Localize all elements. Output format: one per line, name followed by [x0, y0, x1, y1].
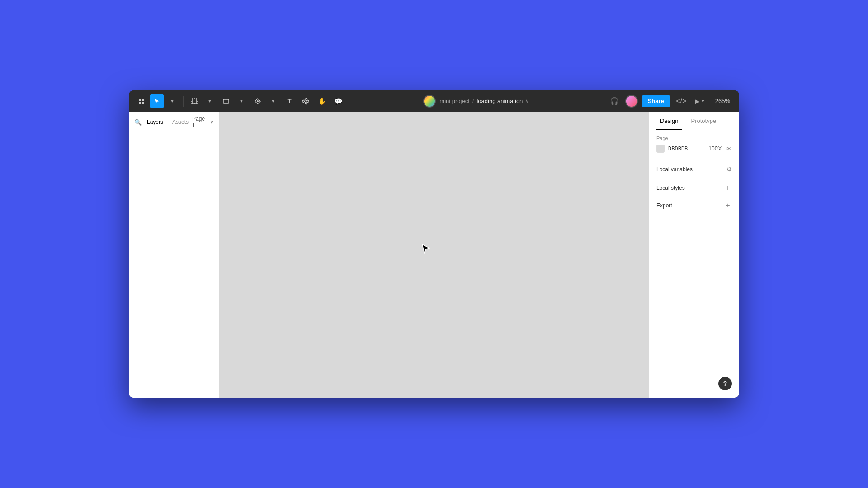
user-avatar [423, 95, 436, 108]
local-variables-row: Local variables ⚙ [656, 166, 732, 173]
divider-1 [183, 96, 184, 107]
file-name: loading animation [476, 98, 523, 104]
opacity-value[interactable]: 100% [708, 145, 722, 152]
present-button[interactable]: ▶ ▼ [692, 96, 708, 107]
prototype-tab[interactable]: Prototype [687, 112, 720, 130]
headphones-button[interactable]: 🎧 [607, 94, 622, 108]
component-tool-button[interactable] [298, 94, 313, 108]
svg-marker-4 [155, 99, 159, 104]
tool-group-pen: ▼ [250, 94, 280, 108]
app-window: ▼ ▼ ▼ [129, 90, 739, 398]
top-bar-right: 🎧 Share </> ▶ ▼ 265% [607, 94, 734, 108]
variables-icon[interactable]: ⚙ [726, 166, 732, 173]
main-content: 🔍 Layers Assets Page 1 ∨ Design [129, 112, 739, 398]
svg-rect-20 [302, 100, 305, 103]
rectangle-tool-button[interactable] [219, 94, 233, 108]
breadcrumb-separator: / [472, 98, 474, 104]
play-icon: ▶ [695, 98, 700, 105]
main-menu-button[interactable] [134, 94, 149, 108]
frame-tool-button[interactable] [187, 94, 202, 108]
tool-group-main: ▼ [134, 94, 179, 108]
help-button[interactable]: ? [718, 377, 732, 390]
play-dropdown[interactable]: ▼ [701, 99, 705, 103]
local-styles-header: Local styles + [656, 184, 732, 192]
page-section-title: Page [656, 136, 732, 141]
page-selector[interactable]: Page 1 ∨ [192, 116, 213, 128]
export-section: Export + [656, 196, 732, 210]
right-panel-tabs: Design Prototype [649, 112, 739, 130]
color-hex-value[interactable]: DBDBDB [668, 145, 688, 152]
help-area: ? [649, 375, 739, 398]
export-header: Export + [656, 202, 732, 210]
tool-group-shapes: ▼ [219, 94, 249, 108]
breadcrumb: mini project / loading animation ∨ [439, 98, 529, 104]
left-panel: 🔍 Layers Assets Page 1 ∨ [129, 112, 219, 398]
collaborator-avatar [625, 95, 638, 108]
page-section: Page DBDBDB 100% 👁 [656, 136, 732, 153]
pen-dropdown-button[interactable]: ▼ [266, 94, 280, 108]
code-button[interactable]: </> [674, 94, 689, 108]
select-dropdown-button[interactable]: ▼ [165, 94, 179, 108]
zoom-control[interactable]: 265% [712, 96, 734, 106]
eye-icon[interactable]: 👁 [726, 145, 732, 152]
export-add-button[interactable]: + [724, 202, 732, 210]
local-styles-label: Local styles [656, 185, 685, 191]
svg-rect-22 [305, 102, 307, 104]
local-styles-section: Local styles + [656, 178, 732, 192]
pen-tool-button[interactable] [250, 94, 265, 108]
color-swatch-group: DBDBDB [656, 145, 688, 153]
top-bar: ▼ ▼ ▼ [129, 90, 739, 112]
svg-marker-24 [422, 244, 429, 253]
svg-rect-5 [192, 99, 197, 103]
search-icon[interactable]: 🔍 [134, 119, 142, 126]
layers-tab[interactable]: Layers [145, 118, 165, 126]
local-variables-section: Local variables ⚙ [656, 160, 732, 173]
share-button[interactable]: Share [642, 95, 670, 107]
shape-dropdown-button[interactable]: ▼ [234, 94, 249, 108]
page-dropdown-arrow: ∨ [210, 120, 213, 125]
page-color-swatch[interactable] [656, 145, 665, 153]
canvas-area[interactable] [219, 112, 649, 398]
local-styles-add-button[interactable]: + [724, 184, 732, 192]
cursor-indicator [421, 244, 430, 256]
page-label: Page 1 [192, 116, 208, 128]
export-label: Export [656, 202, 672, 209]
layers-list [129, 132, 219, 398]
right-panel: Design Prototype Page DBDBDB 100% 👁 [649, 112, 739, 398]
hand-tool-button[interactable]: ✋ [315, 94, 329, 108]
tool-group-frame: ▼ [187, 94, 217, 108]
page-color-row: DBDBDB 100% 👁 [656, 145, 732, 153]
select-tool-button[interactable] [150, 94, 164, 108]
svg-rect-18 [223, 99, 229, 103]
right-panel-body: Page DBDBDB 100% 👁 [649, 130, 739, 375]
svg-rect-0 [139, 99, 141, 101]
svg-rect-3 [142, 102, 144, 104]
breadcrumb-dropdown-arrow[interactable]: ∨ [525, 98, 529, 104]
project-name: mini project [439, 98, 469, 104]
text-tool-button[interactable]: T [282, 94, 297, 108]
comment-tool-button[interactable]: 💬 [331, 94, 345, 108]
svg-rect-2 [139, 102, 141, 104]
breadcrumb-area: mini project / loading animation ∨ [347, 95, 605, 108]
frame-dropdown-button[interactable]: ▼ [203, 94, 217, 108]
local-variables-label: Local variables [656, 166, 693, 173]
svg-rect-23 [307, 100, 309, 103]
svg-rect-1 [142, 99, 144, 101]
left-panel-tabs: 🔍 Layers Assets Page 1 ∨ [129, 112, 219, 132]
svg-point-19 [257, 100, 259, 102]
design-tab[interactable]: Design [656, 112, 682, 130]
svg-rect-21 [305, 98, 307, 101]
assets-tab[interactable]: Assets [170, 118, 190, 126]
